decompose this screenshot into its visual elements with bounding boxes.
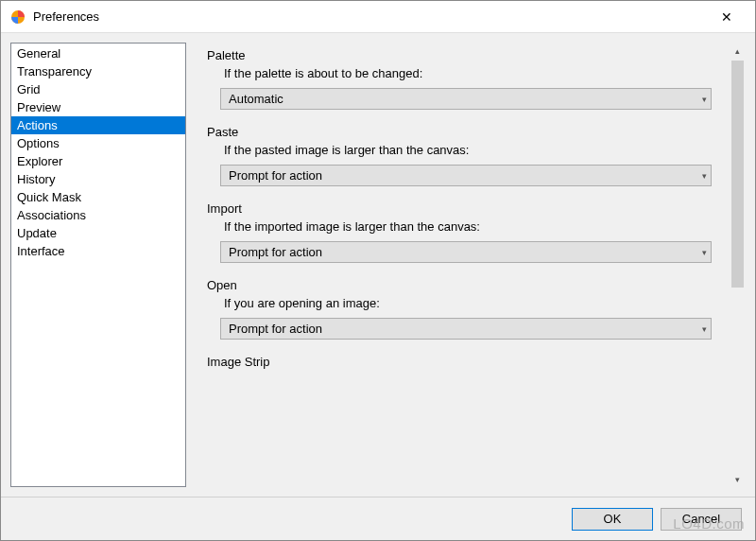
sidebar-item-label: Update [17,226,57,240]
sidebar-item-label: Grid [17,82,41,96]
group-image-strip: Image Strip [207,353,722,371]
chevron-down-icon: ▾ [702,324,707,334]
sidebar-item-transparency[interactable]: Transparency [11,62,185,80]
group-title: Import [207,200,722,218]
window-title: Preferences [33,9,708,24]
group-paste: Paste If the pasted image is larger than… [207,123,722,186]
vertical-scrollbar[interactable]: ▴ ▾ [730,43,746,487]
group-title: Paste [207,123,722,141]
sidebar-item-label: Actions [17,118,58,132]
paste-dropdown[interactable]: Prompt for action ▾ [220,165,712,186]
category-list[interactable]: General Transparency Grid Preview Action… [10,43,186,487]
sidebar-item-actions[interactable]: Actions [11,116,185,134]
sidebar-item-label: Preview [17,100,60,114]
sidebar-item-associations[interactable]: Associations [11,206,185,224]
import-dropdown[interactable]: Prompt for action ▾ [220,241,712,263]
app-icon [10,9,26,25]
chevron-down-icon: ▾ [702,95,707,104]
cancel-button[interactable]: Cancel [661,508,742,531]
group-desc: If the imported image is larger than the… [207,218,722,241]
close-button[interactable]: ✕ [708,9,746,25]
group-title: Palette [207,46,722,64]
sidebar-item-explorer[interactable]: Explorer [11,152,185,170]
sidebar-item-label: Explorer [17,154,62,168]
sidebar-item-history[interactable]: History [11,170,185,188]
sidebar-item-label: History [17,172,55,186]
sidebar-item-label: General [17,46,60,61]
sidebar-item-general[interactable]: General [11,44,185,62]
ok-button[interactable]: OK [572,508,653,531]
sidebar-item-preview[interactable]: Preview [11,98,185,116]
open-dropdown[interactable]: Prompt for action ▾ [220,318,712,340]
sidebar-item-label: Interface [17,244,65,258]
scroll-down-icon[interactable]: ▾ [730,471,746,487]
group-desc: If you are opening an image: [207,294,722,318]
chevron-down-icon: ▾ [702,171,707,181]
sidebar-item-label: Quick Mask [17,190,81,204]
group-desc: If the palette is about to be changed: [207,64,722,88]
scroll-track[interactable] [730,59,746,471]
sidebar-item-label: Associations [17,208,86,222]
sidebar-item-update[interactable]: Update [11,224,185,242]
dropdown-value: Prompt for action [229,245,703,259]
group-title: Image Strip [207,353,722,371]
palette-dropdown[interactable]: Automatic ▾ [220,88,712,110]
sidebar-item-quick-mask[interactable]: Quick Mask [11,188,185,206]
dropdown-value: Prompt for action [229,322,703,336]
dropdown-value: Automatic [229,92,703,106]
group-palette: Palette If the palette is about to be ch… [207,46,722,110]
group-desc: If the pasted image is larger than the c… [207,141,722,165]
sidebar-item-grid[interactable]: Grid [11,80,185,98]
dropdown-value: Prompt for action [229,168,703,183]
sidebar-item-label: Options [17,136,60,150]
scroll-thumb[interactable] [731,61,744,288]
group-import: Import If the imported image is larger t… [207,200,722,263]
scroll-up-icon[interactable]: ▴ [730,43,746,59]
preferences-window: Preferences ✕ General Transparency Grid … [0,0,756,541]
sidebar-item-options[interactable]: Options [11,134,185,152]
dialog-body: General Transparency Grid Preview Action… [1,33,755,497]
sidebar-item-label: Transparency [17,64,92,79]
chevron-down-icon: ▾ [702,248,707,257]
titlebar: Preferences ✕ [1,1,755,33]
group-title: Open [207,276,722,294]
sidebar-item-interface[interactable]: Interface [11,242,185,260]
content-wrap: Palette If the palette is about to be ch… [196,43,746,487]
settings-panel: Palette If the palette is about to be ch… [196,43,730,487]
close-icon: ✕ [721,9,732,25]
group-open: Open If you are opening an image: Prompt… [207,276,722,340]
dialog-footer: OK Cancel [1,497,755,540]
